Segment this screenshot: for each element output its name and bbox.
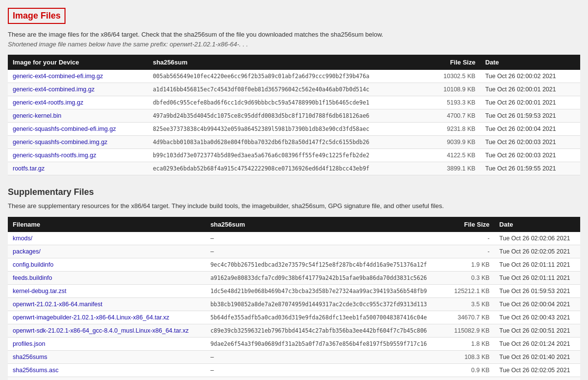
col-sha256sum-2: sha256sum (205, 217, 446, 232)
table-row: openwrt-imagebuilder-21.02.1-x86-64.Linu… (8, 311, 580, 324)
supp-file-link[interactable]: profiles.json (8, 337, 205, 350)
file-date: Tue Oct 26 02:00:02 2021 (480, 70, 580, 83)
supp-file-link[interactable]: kernel-debug.tar.zst (8, 284, 205, 297)
col-filename: Filename (8, 217, 205, 232)
supp-file-size: 1.8 KB (446, 337, 494, 350)
supp-file-date: Tue Oct 26 02:02:06 2021 (495, 232, 580, 245)
supp-sha-value: c89e39cb32596321eb7967bbd41454c27abfb356… (205, 324, 446, 337)
supp-sha-value: 9ec4c70bb26751edbcad32e73579c54f125e8f28… (205, 258, 446, 271)
supp-file-date: Tue Oct 26 02:01:24 2021 (495, 337, 580, 350)
supp-file-date: Tue Oct 26 02:00:43 2021 (495, 311, 580, 324)
supp-sha-value: – (205, 232, 446, 245)
supp-sha-value: a9162a9e80833dcfa7cd09c38b6f41779a242b15… (205, 271, 446, 284)
file-size: 3899.1 KB (429, 162, 480, 175)
supp-file-date: Tue Oct 26 02:02:05 2021 (495, 377, 580, 380)
supp-sha-value: – (205, 350, 446, 363)
supp-sha-value: 5b64dfe355adfb5a0cad036d319e9fda268dfc13… (205, 311, 446, 324)
table-row: rootfs.tar.gz eca0293e6bdab52b68f4a915c4… (8, 162, 580, 175)
file-size: 10108.9 KB (429, 83, 480, 96)
supp-sha-value: 9dae2e6f54a3f90a0689df31a2b5a0f7d7a367e8… (205, 337, 446, 350)
supp-file-link[interactable]: kmods/ (8, 232, 205, 245)
file-date: Tue Oct 26 01:59:53 2021 (480, 109, 580, 123)
table-row: openwrt-sdk-21.02.1-x86-64_gcc-8.4.0_mus… (8, 324, 580, 337)
col-date-2: Date (495, 217, 580, 232)
file-link[interactable]: generic-ext4-combined-efi.img.gz (8, 70, 148, 83)
supp-sha-value: – (205, 245, 446, 258)
supp-sha-value: – (205, 377, 446, 380)
file-link[interactable]: generic-ext4-rootfs.img.gz (8, 96, 148, 109)
col-date-1: Date (480, 55, 580, 70)
file-date: Tue Oct 26 02:00:01 2021 (480, 83, 580, 96)
page-title: Image Files (8, 8, 65, 24)
supp-file-date: Tue Oct 26 02:01:11 2021 (495, 258, 580, 271)
supp-file-date: Tue Oct 26 01:59:53 2021 (495, 284, 580, 297)
sha-value: a1d1416bb456815ec7c4543df08f0eb81d365796… (148, 83, 429, 96)
file-link[interactable]: generic-squashfs-rootfs.img.gz (8, 149, 148, 162)
table-row: sha256sums – 108.3 KB Tue Oct 26 02:01:4… (8, 350, 580, 363)
supp-file-link[interactable]: openwrt-21.02.1-x86-64.manifest (8, 297, 205, 311)
supp-file-date: Tue Oct 26 02:01:40 2021 (495, 350, 580, 363)
file-link[interactable]: generic-squashfs-combined-efi.img.gz (8, 123, 148, 136)
supp-file-size: 0.3 KB (446, 271, 494, 284)
file-date: Tue Oct 26 02:00:03 2021 (480, 149, 580, 162)
col-filesize-2: File Size (446, 217, 494, 232)
file-size: 5193.3 KB (429, 96, 480, 109)
sha-value: 005ab565649e10fec4220ee6cc96f2b35a89c01a… (148, 70, 429, 83)
file-link[interactable]: generic-squashfs-combined.img.gz (8, 136, 148, 149)
sha-value: b99c103dd73e0723774b5d89ed3aea5a676a6c08… (148, 149, 429, 162)
supp-file-size: 1.9 KB (446, 258, 494, 271)
supp-file-size: 125212.1 KB (446, 284, 494, 297)
table-row: generic-ext4-rootfs.img.gz dbfed06c955ce… (8, 96, 580, 109)
table-row: generic-ext4-combined-efi.img.gz 005ab56… (8, 70, 580, 83)
file-date: Tue Oct 26 02:00:03 2021 (480, 136, 580, 149)
table-row: feeds.buildinfo a9162a9e80833dcfa7cd09c3… (8, 271, 580, 284)
table-row: generic-ext4-combined.img.gz a1d1416bb45… (8, 83, 580, 96)
table-row: generic-squashfs-combined-efi.img.gz 825… (8, 123, 580, 136)
table-row: packages/ – - Tue Oct 26 02:02:05 2021 (8, 245, 580, 258)
file-link[interactable]: generic-kernel.bin (8, 109, 148, 123)
supp-description: These are supplementary resources for th… (8, 201, 580, 211)
supp-file-date: Tue Oct 26 02:02:05 2021 (495, 245, 580, 258)
col-sha256sum-1: sha256sum (148, 55, 429, 70)
image-files-description: These are the image files for the x86/64… (8, 30, 580, 49)
table-row: sha256sums.asc – 0.9 KB Tue Oct 26 02:02… (8, 363, 580, 377)
table-row: sha256sums.sig – 0.1 KB Tue Oct 26 02:02… (8, 377, 580, 380)
supp-file-date: Tue Oct 26 02:02:05 2021 (495, 363, 580, 377)
supp-file-date: Tue Oct 26 02:00:51 2021 (495, 324, 580, 337)
supp-file-size: 3.5 KB (446, 297, 494, 311)
file-size: 9039.9 KB (429, 136, 480, 149)
table-row: generic-squashfs-rootfs.img.gz b99c103dd… (8, 149, 580, 162)
supp-file-link[interactable]: sha256sums.asc (8, 363, 205, 377)
file-size: 4122.5 KB (429, 149, 480, 162)
supp-sha-value: – (205, 363, 446, 377)
file-link[interactable]: rootfs.tar.gz (8, 162, 148, 175)
image-files-table: Image for your Device sha256sum File Siz… (8, 55, 580, 175)
supp-file-link[interactable]: sha256sums (8, 350, 205, 363)
supp-file-date: Tue Oct 26 02:00:04 2021 (495, 297, 580, 311)
supp-file-link[interactable]: feeds.buildinfo (8, 271, 205, 284)
supp-file-link[interactable]: openwrt-sdk-21.02.1-x86-64_gcc-8.4.0_mus… (8, 324, 205, 337)
supp-file-link[interactable]: packages/ (8, 245, 205, 258)
table-row: generic-kernel.bin 497a9bd24b35d4045dc10… (8, 109, 580, 123)
supp-file-link[interactable]: config.buildinfo (8, 258, 205, 271)
file-date: Tue Oct 26 02:00:01 2021 (480, 96, 580, 109)
col-image-device: Image for your Device (8, 55, 148, 70)
supp-file-size: 0.9 KB (446, 363, 494, 377)
supp-file-link[interactable]: sha256sums.sig (8, 377, 205, 380)
supp-file-size: - (446, 245, 494, 258)
supp-file-size: 115082.9 KB (446, 324, 494, 337)
sha-value: 4d9bacbb01083a1ba0d628e804f0bba7032db6fb… (148, 136, 429, 149)
supp-file-size: 34670.7 KB (446, 311, 494, 324)
table-row: openwrt-21.02.1-x86-64.manifest bb38cb19… (8, 297, 580, 311)
file-size: 10302.5 KB (429, 70, 480, 83)
file-date: Tue Oct 26 02:00:04 2021 (480, 123, 580, 136)
supp-file-link[interactable]: openwrt-imagebuilder-21.02.1-x86-64.Linu… (8, 311, 205, 324)
supp-title: Supplementary Files (8, 187, 580, 197)
sha-value: 825ee37373838c4b994432e059a86452389l5981… (148, 123, 429, 136)
file-size: 9231.8 KB (429, 123, 480, 136)
file-link[interactable]: generic-ext4-combined.img.gz (8, 83, 148, 96)
table-row: profiles.json 9dae2e6f54a3f90a0689df31a2… (8, 337, 580, 350)
supp-file-size: 108.3 KB (446, 350, 494, 363)
supp-files-table: Filename sha256sum File Size Date kmods/… (8, 217, 580, 380)
table-row: kmods/ – - Tue Oct 26 02:02:06 2021 (8, 232, 580, 245)
